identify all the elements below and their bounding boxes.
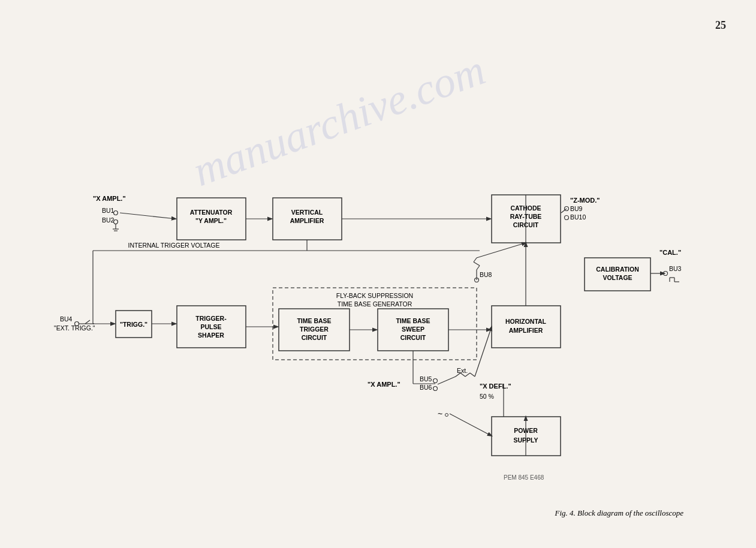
svg-rect-10 [116,311,152,338]
svg-text:RAY-TUBE: RAY-TUBE [510,213,542,220]
svg-text:~: ~ [438,409,442,418]
svg-rect-23 [378,309,448,351]
svg-text:"X DEFL.": "X DEFL." [480,383,511,390]
page-number: 25 [715,19,726,32]
svg-text:PEM 845   E468: PEM 845 E468 [504,474,544,481]
svg-text:TIME BASE: TIME BASE [297,317,331,324]
svg-rect-27 [492,306,561,348]
svg-line-76 [460,373,465,377]
svg-text:TRIGGER-: TRIGGER- [195,315,227,322]
svg-text:POWER: POWER [514,427,538,434]
svg-text:"X AMPL.": "X AMPL." [93,195,126,202]
svg-point-66 [664,272,668,276]
svg-text:ATTENUATOR: ATTENUATOR [190,209,233,216]
svg-line-59 [477,266,480,270]
svg-text:TRIGGER: TRIGGER [300,326,329,333]
svg-text:CATHODE: CATHODE [510,204,541,212]
svg-text:BU6: BU6 [420,384,432,391]
svg-rect-12 [177,306,246,348]
svg-line-61 [474,258,477,262]
svg-text:BU4: BU4 [60,315,73,323]
svg-text:BU1: BU1 [102,207,115,214]
svg-text:PULSE: PULSE [200,323,221,330]
svg-rect-33 [585,258,650,291]
svg-point-72 [433,379,438,383]
svg-text:VOLTAGE: VOLTAGE [603,274,632,281]
svg-text:"TRIGG.": "TRIGG." [120,321,147,328]
svg-line-79 [475,327,492,377]
svg-line-60 [474,262,480,266]
svg-text:CALIBRATION: CALIBRATION [596,266,639,273]
svg-text:CIRCUIT: CIRCUIT [302,334,327,341]
svg-text:FLY-BACK SUPPRESSION: FLY-BACK SUPPRESSION [336,292,413,299]
page: 25 manuarchive.com ATTENUATOR "Y AMPL." … [0,0,756,548]
svg-text:SHAPER: SHAPER [198,332,224,339]
svg-line-62 [477,243,526,258]
svg-line-74 [438,377,456,384]
svg-line-51 [85,320,90,324]
svg-text:AMPLIFIER: AMPLIFIER [509,327,543,334]
svg-text:INTERNAL TRIGGER VOLTAGE: INTERNAL TRIGGER VOLTAGE [128,242,219,249]
svg-text:BU3: BU3 [669,265,682,272]
svg-text:BU8: BU8 [480,271,492,278]
svg-point-49 [75,322,79,326]
svg-text:VERTICAL: VERTICAL [291,209,323,216]
diagram-svg: ATTENUATOR "Y AMPL." VERTICAL AMPLIFIER … [0,0,756,548]
svg-text:AMPLIFIER: AMPLIFIER [290,217,324,224]
svg-text:SUPPLY: SUPPLY [513,436,538,444]
svg-text:CIRCUIT: CIRCUIT [513,221,539,228]
svg-line-78 [470,373,475,377]
svg-point-38 [114,220,118,224]
svg-text:BU2: BU2 [102,216,115,224]
svg-text:Fig. 4.  Block diagram of the : Fig. 4. Block diagram of the oscilloscop… [555,508,684,517]
svg-text:HORIZONTAL: HORIZONTAL [505,318,547,325]
svg-text:"Y AMPL.": "Y AMPL." [195,217,227,224]
svg-text:TIME BASE: TIME BASE [396,317,430,324]
svg-point-104 [445,414,448,417]
svg-point-37 [114,211,118,215]
svg-text:Ext.: Ext. [457,367,468,374]
svg-point-73 [433,387,438,391]
svg-text:50 %: 50 % [480,393,494,400]
svg-rect-19 [279,309,350,351]
svg-rect-3 [273,198,342,240]
svg-line-65 [561,209,567,213]
svg-text:"X AMPL.": "X AMPL." [368,381,400,388]
svg-rect-0 [177,198,246,240]
svg-point-64 [565,216,569,220]
svg-point-63 [565,207,569,211]
svg-line-36 [120,213,176,219]
svg-rect-6 [492,195,561,243]
svg-point-57 [475,278,479,282]
svg-line-75 [456,373,460,377]
svg-text:SWEEP: SWEEP [402,326,424,333]
svg-text:"CAL.": "CAL." [659,249,681,256]
svg-rect-16 [273,288,477,360]
svg-text:BU10: BU10 [570,213,586,221]
svg-text:"Z-MOD.": "Z-MOD." [570,197,600,204]
watermark: manuarchive.com [186,45,492,197]
svg-line-82 [450,414,492,436]
svg-text:BU9: BU9 [570,205,583,212]
svg-text:BU5: BU5 [420,375,432,383]
svg-rect-30 [492,417,561,456]
svg-text:"EXT. TRIGG.": "EXT. TRIGG." [54,324,95,332]
svg-line-77 [465,373,470,377]
svg-text:CIRCUIT: CIRCUIT [400,334,426,341]
svg-text:TIME BASE GENERATOR: TIME BASE GENERATOR [338,300,412,308]
